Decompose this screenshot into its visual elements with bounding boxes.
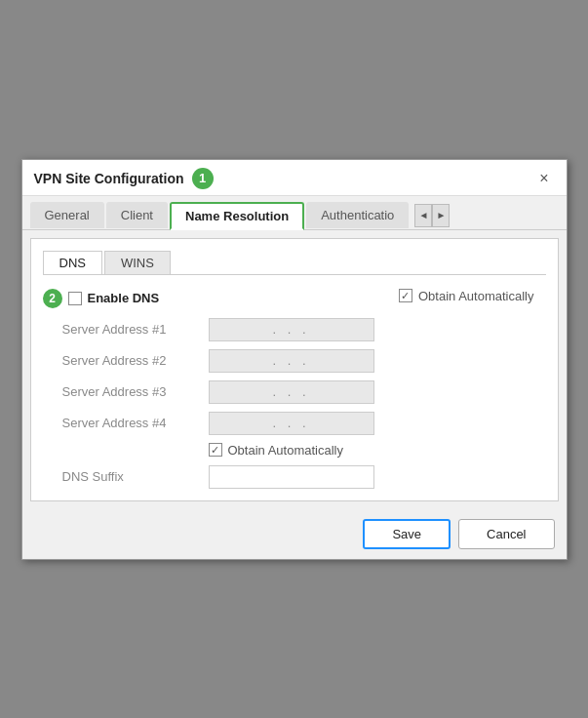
tab-arrow-left[interactable]: ◄ [414, 204, 432, 227]
tab-client[interactable]: Client [106, 202, 168, 228]
server-address-label-2: Server Address #2 [62, 353, 209, 368]
server-address-input-2[interactable]: . . . [209, 349, 374, 373]
enable-dns-checkbox[interactable] [68, 292, 82, 305]
enable-dns-label: Enable DNS [88, 291, 160, 305]
server-address-row-2: Server Address #2 . . . [43, 349, 546, 373]
save-button[interactable]: Save [363, 519, 451, 549]
obtain-auto-label-top: Obtain Automatically [418, 289, 534, 303]
window-title: VPN Site Configuration [34, 171, 184, 186]
tab-general[interactable]: General [30, 202, 104, 228]
tab-arrow-right[interactable]: ► [432, 204, 450, 227]
server-address-input-1[interactable]: . . . [209, 318, 374, 341]
obtain-auto-checkbox-bottom[interactable]: ✓ [209, 443, 222, 457]
badge-1: 1 [192, 168, 214, 189]
title-bar: VPN Site Configuration 1 × [22, 160, 567, 196]
server-address-input-4[interactable]: . . . [209, 412, 374, 435]
server-address-input-3[interactable]: . . . [209, 380, 374, 404]
obtain-auto-bottom-row: ✓ Obtain Automatically [43, 443, 546, 458]
ip-dots-2: . . . [272, 353, 309, 368]
dns-suffix-row: DNS Suffix [43, 465, 546, 489]
obtain-auto-checkbox-top[interactable]: ✓ [399, 289, 412, 302]
close-button[interactable]: × [533, 168, 554, 189]
tabs-row: General Client Name Resolution Authentic… [22, 196, 567, 230]
tab-authentication[interactable]: Authenticatio [306, 202, 409, 228]
obtain-auto-label-bottom: Obtain Automatically [228, 443, 344, 458]
title-bar-left: VPN Site Configuration 1 [34, 168, 214, 189]
sub-tab-wins[interactable]: WINS [104, 251, 171, 274]
ip-dots-3: . . . [272, 384, 309, 399]
server-address-label-4: Server Address #4 [62, 416, 209, 430]
server-address-row-4: Server Address #4 . . . [43, 412, 546, 435]
sub-tab-dns[interactable]: DNS [43, 251, 102, 274]
server-address-row-3: Server Address #3 . . . [43, 380, 546, 404]
vpn-config-window: VPN Site Configuration 1 × General Clien… [21, 159, 568, 560]
sub-tabs-row: DNS WINS [43, 251, 546, 275]
obtain-auto-top-row: ✓ Obtain Automatically [399, 289, 534, 303]
content-area: DNS WINS 2 Enable DNS ✓ Obtain Automatic… [30, 238, 559, 501]
ip-dots-4: . . . [272, 416, 309, 430]
tab-name-resolution[interactable]: Name Resolution [170, 202, 304, 230]
dns-suffix-label: DNS Suffix [62, 469, 209, 484]
bottom-bar: Save Cancel [22, 509, 567, 559]
badge-2: 2 [43, 289, 62, 308]
server-address-label-3: Server Address #3 [62, 384, 209, 399]
server-address-label-1: Server Address #1 [62, 322, 209, 337]
enable-dns-row: 2 Enable DNS [43, 289, 160, 308]
dns-suffix-input[interactable] [209, 465, 374, 489]
ip-dots-1: . . . [272, 322, 309, 337]
tab-nav-arrows: ◄ ► [414, 204, 450, 227]
server-address-row-1: Server Address #1 . . . [43, 318, 546, 341]
cancel-button[interactable]: Cancel [458, 519, 554, 549]
